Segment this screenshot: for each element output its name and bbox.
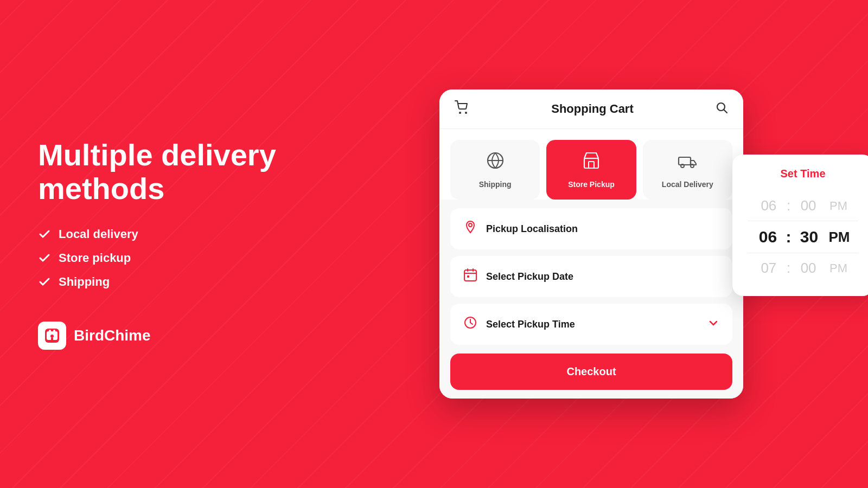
feature-store-pickup: Store pickup: [38, 251, 277, 265]
pickup-date-label: Select Pickup Date: [486, 271, 719, 282]
tab-store-pickup[interactable]: Store Pickup: [546, 140, 636, 200]
clock-icon: [463, 316, 477, 333]
time-minute-1: 00: [795, 197, 822, 214]
svg-rect-5: [51, 338, 53, 341]
calendar-icon: [463, 268, 477, 285]
pickup-localisation-label: Pickup Localisation: [486, 223, 719, 235]
check-icon: [38, 228, 51, 241]
svg-rect-11: [584, 158, 598, 168]
svg-point-6: [459, 112, 461, 114]
brand-logo: [38, 322, 66, 350]
check-icon-3: [38, 275, 51, 288]
pickup-localisation-row[interactable]: Pickup Localisation: [450, 208, 732, 249]
brand: BirdChime: [38, 322, 277, 350]
brand-name: BirdChime: [74, 327, 151, 344]
time-hour-1: 06: [755, 197, 782, 214]
tab-store-pickup-label: Store Pickup: [568, 180, 615, 189]
tab-local-delivery-label: Local Delivery: [662, 180, 713, 189]
pickup-date-row[interactable]: Select Pickup Date: [450, 256, 732, 297]
svg-rect-2: [49, 330, 51, 333]
location-icon: [463, 220, 477, 237]
svg-line-9: [724, 110, 727, 113]
checkout-button[interactable]: Checkout: [450, 354, 732, 390]
tab-local-delivery[interactable]: Local Delivery: [643, 140, 732, 200]
card-body: Pickup Localisation Select Pickup Date: [439, 200, 743, 399]
svg-rect-18: [467, 275, 469, 278]
time-picker-title: Set Time: [748, 168, 858, 180]
time-colon-1: :: [787, 197, 790, 214]
store-pickup-icon: [582, 151, 601, 175]
svg-point-7: [465, 112, 467, 114]
check-icon-2: [38, 252, 51, 265]
chevron-down-icon: [707, 317, 719, 332]
left-panel: Multiple delivery methods Local delivery…: [0, 106, 315, 382]
card-header: Shopping Cart: [439, 89, 743, 129]
svg-rect-3: [53, 330, 55, 333]
time-row-2[interactable]: 06 : 30 PM: [748, 221, 858, 253]
cart-icon: [455, 100, 470, 118]
feature-shipping: Shipping: [38, 275, 277, 289]
time-colon-3: :: [787, 260, 790, 277]
hero-title: Multiple delivery methods: [38, 138, 277, 205]
shipping-icon: [486, 151, 505, 175]
time-row-3[interactable]: 07 : 00 PM: [748, 253, 858, 283]
right-panel: Shopping Cart Shipping: [315, 89, 868, 399]
card-title: Shopping Cart: [551, 102, 634, 116]
time-colon-2: :: [786, 228, 792, 246]
feature-label-local-delivery: Local delivery: [59, 227, 138, 241]
time-minute-2: 30: [796, 228, 823, 246]
time-ampm-2: PM: [827, 229, 852, 246]
search-icon[interactable]: [715, 101, 728, 117]
time-hour-2: 06: [755, 228, 782, 246]
time-ampm-3: PM: [826, 261, 851, 275]
pickup-time-label: Select Pickup Time: [486, 319, 699, 330]
delivery-tabs: Shipping Store Pickup: [439, 129, 743, 200]
svg-point-4: [50, 335, 54, 338]
shopping-card: Shopping Cart Shipping: [439, 89, 743, 399]
time-row-1[interactable]: 06 : 00 PM: [748, 191, 858, 221]
time-ampm-1: PM: [826, 199, 851, 213]
time-minute-3: 00: [795, 260, 822, 277]
tab-shipping-label: Shipping: [479, 180, 512, 189]
svg-rect-17: [464, 270, 476, 281]
svg-rect-13: [679, 157, 691, 165]
feature-local-delivery: Local delivery: [38, 227, 277, 241]
svg-point-16: [469, 223, 472, 227]
svg-point-15: [691, 164, 694, 168]
svg-rect-12: [589, 162, 594, 168]
pickup-time-row[interactable]: Select Pickup Time: [450, 304, 732, 345]
tab-shipping[interactable]: Shipping: [450, 140, 540, 200]
feature-list: Local delivery Store pickup Shipping: [38, 227, 277, 289]
feature-label-shipping: Shipping: [59, 275, 110, 289]
time-hour-3: 07: [755, 260, 782, 277]
local-delivery-icon: [678, 151, 697, 175]
time-picker-popup: Set Time 06 : 00 PM 06 : 30 PM 07 : 00 P…: [732, 155, 868, 296]
svg-point-14: [681, 164, 684, 168]
feature-label-store-pickup: Store pickup: [59, 251, 131, 265]
brand-logo-icon: [44, 328, 60, 344]
